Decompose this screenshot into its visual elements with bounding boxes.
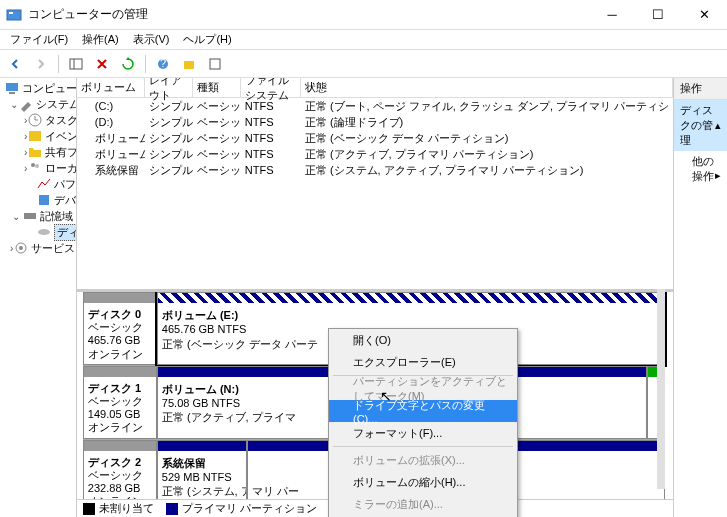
partition[interactable]: 系統保留529 MB NTFS正常 (システム, アクティブ bbox=[157, 440, 247, 500]
col-volume[interactable]: ボリューム bbox=[77, 78, 145, 97]
context-menu-item[interactable]: フォーマット(F)... bbox=[329, 422, 517, 444]
device-icon bbox=[36, 192, 52, 208]
col-status[interactable]: 状態 bbox=[301, 78, 673, 97]
menu-help[interactable]: ヘルプ(H) bbox=[177, 30, 237, 49]
pane-button[interactable] bbox=[65, 53, 87, 75]
titlebar: コンピューターの管理 ─ ☐ ✕ bbox=[0, 0, 727, 30]
svg-point-13 bbox=[35, 164, 39, 168]
volume-list[interactable]: ボリューム レイアウト 種類 ファイル システム 状態 (C:)シンプルベーシッ… bbox=[77, 78, 673, 289]
svg-rect-14 bbox=[39, 195, 49, 205]
toolbar: ? bbox=[0, 50, 727, 78]
context-menu-item: ミラーの追加(A)... bbox=[329, 493, 517, 515]
context-menu-item[interactable]: ドライブ文字とパスの変更(C)... bbox=[329, 400, 517, 422]
svg-rect-1 bbox=[9, 12, 13, 14]
actions-pane: 操作 ディスクの管理 ▴ 他の操作 ▸ bbox=[674, 78, 727, 517]
volume-row[interactable]: ボリューム (N:)シンプルベーシックNTFS正常 (アクティブ, プライマリ … bbox=[77, 146, 673, 162]
menu-view[interactable]: 表示(V) bbox=[127, 30, 176, 49]
context-menu-item[interactable]: エクスプローラー(E) bbox=[329, 351, 517, 373]
tree-eventviewer[interactable]: ›イベント ビューアー bbox=[2, 128, 74, 144]
svg-rect-6 bbox=[184, 61, 194, 69]
actions-title: 操作 bbox=[674, 78, 727, 100]
svg-rect-0 bbox=[7, 10, 21, 20]
refresh-button[interactable] bbox=[117, 53, 139, 75]
collapse-icon[interactable]: ⌄ bbox=[10, 211, 22, 222]
volume-row[interactable]: 系統保留シンプルベーシックNTFS正常 (システム, アクティブ, プライマリ … bbox=[77, 162, 673, 178]
volume-header: ボリューム レイアウト 種類 ファイル システム 状態 bbox=[77, 78, 673, 98]
performance-icon bbox=[36, 176, 52, 192]
properties-button[interactable] bbox=[204, 53, 226, 75]
nav-tree[interactable]: コンピューターの管理 (ローカル) ⌄ システム ツール ›タスク スケジューラ… bbox=[0, 78, 77, 517]
legend-unalloc-label: 未割り当て bbox=[99, 501, 154, 516]
tree-sharedfolders[interactable]: ›共有フォルダー bbox=[2, 144, 74, 160]
tree-root[interactable]: コンピューターの管理 (ローカル) bbox=[2, 80, 74, 96]
col-layout[interactable]: レイアウト bbox=[145, 78, 193, 97]
menu-action[interactable]: 操作(A) bbox=[76, 30, 125, 49]
context-menu-item[interactable]: 開く(O) bbox=[329, 329, 517, 351]
svg-rect-15 bbox=[24, 213, 36, 219]
storage-icon bbox=[22, 208, 38, 224]
menubar: ファイル(F) 操作(A) 表示(V) ヘルプ(H) bbox=[0, 30, 727, 50]
tree-taskscheduler[interactable]: ›タスク スケジューラ bbox=[2, 112, 74, 128]
minimize-button[interactable]: ─ bbox=[589, 0, 635, 30]
help-button[interactable]: ? bbox=[152, 53, 174, 75]
legend-primary-label: プライマリ パーティション bbox=[182, 501, 317, 516]
svg-text:?: ? bbox=[160, 57, 166, 69]
tree-diskmgmt[interactable]: ディスクの管理 bbox=[2, 224, 74, 240]
disk-header[interactable]: ディスク 2ベーシック232.88 GBオンライン bbox=[83, 440, 157, 500]
tree-services[interactable]: ›サービスとアプリケーション bbox=[2, 240, 74, 256]
legend-unalloc-swatch bbox=[83, 503, 95, 515]
clock-icon bbox=[27, 112, 43, 128]
context-menu-item: ボリュームの拡張(X)... bbox=[329, 449, 517, 471]
disk-icon bbox=[36, 224, 52, 240]
tree-performance[interactable]: パフォーマンス bbox=[2, 176, 74, 192]
window-title: コンピューターの管理 bbox=[28, 6, 589, 23]
tree-systools[interactable]: ⌄ システム ツール bbox=[2, 96, 74, 112]
users-icon bbox=[27, 160, 43, 176]
chevron-right-icon: ▸ bbox=[715, 169, 721, 182]
col-type[interactable]: 種類 bbox=[193, 78, 241, 97]
volume-row[interactable]: (D:)シンプルベーシックNTFS正常 (論理ドライブ) bbox=[77, 114, 673, 130]
svg-rect-8 bbox=[6, 83, 18, 91]
svg-rect-9 bbox=[9, 92, 15, 94]
context-menu-item[interactable]: ボリュームの縮小(H)... bbox=[329, 471, 517, 493]
tree-localusers[interactable]: ›ローカル ユーザーとグループ bbox=[2, 160, 74, 176]
legend-primary-swatch bbox=[166, 503, 178, 515]
svg-point-16 bbox=[38, 229, 50, 235]
tree-devicemanager[interactable]: デバイス マネージャー bbox=[2, 192, 74, 208]
svg-rect-7 bbox=[210, 59, 220, 69]
svg-rect-2 bbox=[70, 59, 82, 69]
delete-button[interactable] bbox=[91, 53, 113, 75]
actions-other[interactable]: 他の操作 ▸ bbox=[674, 151, 727, 187]
folder-icon bbox=[27, 144, 43, 160]
computer-icon bbox=[4, 80, 20, 96]
volume-row[interactable]: ボリューム (E:)シンプルベーシックNTFS正常 (ベーシック データ パーテ… bbox=[77, 130, 673, 146]
settings-button[interactable] bbox=[178, 53, 200, 75]
context-menu[interactable]: 開く(O)エクスプローラー(E)パーティションをアクティブとしてマーク(M)ドラ… bbox=[328, 328, 518, 517]
tools-icon bbox=[18, 96, 34, 112]
disk-header[interactable]: ディスク 0ベーシック465.76 GBオンライン bbox=[83, 292, 157, 365]
chevron-up-icon: ▴ bbox=[715, 119, 721, 132]
actions-selected[interactable]: ディスクの管理 ▴ bbox=[674, 100, 727, 151]
col-fs[interactable]: ファイル システム bbox=[241, 78, 301, 97]
tree-root-label: コンピューターの管理 (ローカル) bbox=[22, 81, 77, 96]
svg-rect-11 bbox=[29, 131, 41, 141]
svg-point-12 bbox=[31, 163, 35, 167]
svg-point-18 bbox=[19, 246, 23, 250]
disk-header[interactable]: ディスク 1ベーシック149.05 GBオンライン bbox=[83, 366, 157, 439]
app-icon bbox=[6, 7, 22, 23]
maximize-button[interactable]: ☐ bbox=[635, 0, 681, 30]
collapse-icon[interactable]: ⌄ bbox=[10, 99, 18, 110]
back-button[interactable] bbox=[4, 53, 26, 75]
menu-file[interactable]: ファイル(F) bbox=[4, 30, 74, 49]
tree-storage[interactable]: ⌄記憶域 bbox=[2, 208, 74, 224]
event-icon bbox=[27, 128, 43, 144]
services-icon bbox=[13, 240, 29, 256]
forward-button[interactable] bbox=[30, 53, 52, 75]
volume-row[interactable]: (C:)シンプルベーシックNTFS正常 (ブート, ページ ファイル, クラッシ… bbox=[77, 98, 673, 114]
close-button[interactable]: ✕ bbox=[681, 0, 727, 30]
scrollbar[interactable] bbox=[657, 289, 665, 489]
